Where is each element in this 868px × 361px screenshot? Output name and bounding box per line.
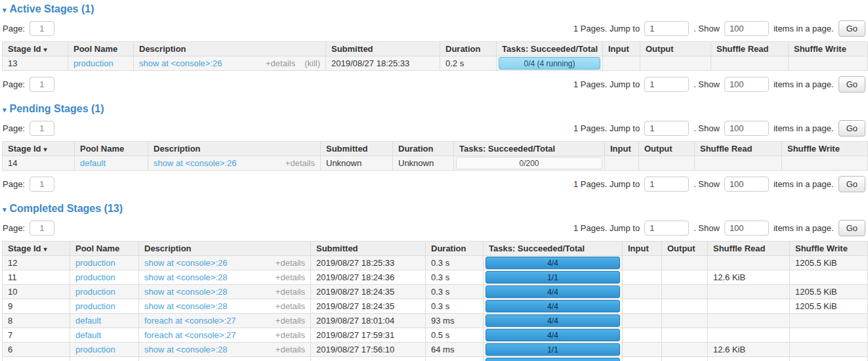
column-header-stage-id[interactable]: Stage Id▾ [3,142,75,156]
pool-name-link[interactable]: default [75,330,101,340]
pool-name-link[interactable]: production [75,287,115,297]
column-header-description[interactable]: Description [139,242,311,256]
stage-description-link[interactable]: show at <console>:28 [144,345,227,354]
shuffle-write-cell [790,343,868,357]
stage-description-link[interactable]: show at <console>:28 [144,301,227,311]
column-header-duration[interactable]: Duration [440,42,497,56]
column-header-pool-name[interactable]: Pool Name [70,242,139,256]
pool-name-cell: production [70,343,139,357]
column-header-input[interactable]: Input [605,142,639,156]
column-header-submitted[interactable]: Submitted [321,142,393,156]
go-button[interactable]: Go [838,176,865,192]
collapse-arrow-icon: ▾ [3,6,7,14]
go-button[interactable]: Go [838,220,865,236]
jump-to-page-input[interactable] [644,21,689,36]
column-header-shuffle-read[interactable]: Shuffle Read [695,142,782,156]
show-label: . Show [693,223,720,233]
column-header-duration[interactable]: Duration [426,242,484,256]
stage-description-link[interactable]: show at <console>:28 [144,287,227,297]
pool-name-link[interactable]: default [80,158,106,168]
items-per-page-input[interactable] [724,21,769,36]
page-number-input[interactable] [30,221,54,236]
column-header-shuffle-read[interactable]: Shuffle Read [708,242,790,256]
column-header-description[interactable]: Description [134,42,326,56]
column-header-description[interactable]: Description [148,142,321,156]
column-header-duration[interactable]: Duration [393,142,454,156]
tasks-progress-cell: 0/4 (4 running) [497,56,603,71]
column-header-output[interactable]: Output [639,142,695,156]
items-per-page-input[interactable] [724,121,769,136]
column-header-input[interactable]: Input [623,242,662,256]
jump-to-page-input[interactable] [644,177,689,192]
items-per-page-input[interactable] [724,221,769,236]
details-toggle[interactable]: +details [276,345,305,354]
pool-name-link[interactable]: production [75,301,115,311]
jump-to-page-input[interactable] [644,77,689,92]
stage-id-cell: 14 [3,156,75,171]
pool-name-link[interactable]: production [73,58,114,68]
details-toggle[interactable]: +details [266,58,295,68]
column-header-tasks[interactable]: Tasks: Succeeded/Total [497,42,603,56]
column-header-output[interactable]: Output [640,42,711,56]
pool-name-link[interactable]: production [75,345,115,354]
page-number-input[interactable] [30,177,54,192]
stage-description-link[interactable]: foreach at <console>:27 [144,316,236,326]
column-header-shuffle-write[interactable]: Shuffle Write [790,242,868,256]
column-header-shuffle-read[interactable]: Shuffle Read [711,42,789,56]
kill-link[interactable]: (kill) [304,58,320,68]
column-header-tasks[interactable]: Tasks: Succeeded/Total [454,142,605,156]
column-header-submitted[interactable]: Submitted [326,42,440,56]
items-per-page-input[interactable] [724,77,769,92]
tasks-progress-cell: 4/4 [484,285,623,299]
go-button[interactable]: Go [838,76,865,93]
stages-page: ▾ Active Stages (1) Page: 1 Pages. Jump … [0,3,868,361]
items-per-page-input[interactable] [724,177,769,192]
column-header-pool-name[interactable]: Pool Name [75,142,148,156]
tasks-progress-cell: 4/4 [484,256,623,270]
column-header-input[interactable]: Input [603,42,640,56]
items-per-page-label: items in a page. [774,179,834,189]
task-progress-label: 4/4 [547,302,558,311]
column-header-output[interactable]: Output [662,242,708,256]
column-header-pool-name[interactable]: Pool Name [68,42,134,56]
stage-description-link[interactable]: show at <console>:28 [144,272,227,282]
details-toggle[interactable]: +details [276,287,305,297]
column-header-submitted[interactable]: Submitted [311,242,426,256]
jump-to-page-input[interactable] [644,221,689,236]
go-button[interactable]: Go [838,20,865,37]
stage-id-cell: 12 [3,256,70,270]
pool-name-cell: default [70,328,139,343]
stage-description-link[interactable]: show at <console>:26 [154,158,236,168]
details-toggle[interactable]: +details [276,330,305,340]
stage-description-link[interactable]: foreach at <console>:27 [144,330,236,340]
column-header-shuffle-write[interactable]: Shuffle Write [789,42,868,56]
shuffle-read-cell [708,357,790,361]
section-heading-active-stages[interactable]: ▾ Active Stages (1) [3,3,867,15]
page-number-input[interactable] [30,21,54,36]
details-toggle[interactable]: +details [276,258,305,268]
section-heading-pending-stages[interactable]: ▾ Pending Stages (1) [3,103,867,115]
section-heading-completed-stages[interactable]: ▾ Completed Stages (13) [3,203,867,215]
pool-name-link[interactable]: production [75,258,115,268]
column-header-tasks[interactable]: Tasks: Succeeded/Total [484,242,623,256]
task-progress-label: 0/4 (4 running) [524,59,575,68]
stage-description-link[interactable]: show at <console>:26 [139,58,222,68]
page-number-input[interactable] [30,77,54,92]
column-header-stage-id[interactable]: Stage Id▾ [3,242,70,256]
pool-name-link[interactable]: default [75,316,101,326]
details-toggle[interactable]: +details [276,316,305,326]
pool-name-link[interactable]: production [75,272,115,282]
page-number-input[interactable] [30,121,54,136]
input-cell [623,270,662,285]
duration-cell: 0.3 s [426,270,484,285]
stage-description-link[interactable]: show at <console>:26 [144,258,227,268]
jump-to-page-input[interactable] [644,121,689,136]
pages-count-text: 1 Pages. Jump to [573,179,640,189]
details-toggle[interactable]: +details [276,301,305,311]
column-header-stage-id[interactable]: Stage Id▾ [3,42,68,56]
go-button[interactable]: Go [838,120,865,137]
column-header-shuffle-write[interactable]: Shuffle Write [782,142,868,156]
details-toggle[interactable]: +details [285,158,315,168]
description-cell: show at <console>:28+details [139,343,311,357]
details-toggle[interactable]: +details [276,272,305,282]
